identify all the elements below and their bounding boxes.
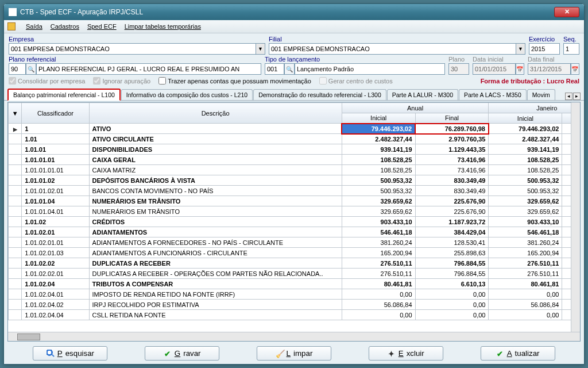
cell-anual-inicial[interactable]: 108.528,25 bbox=[342, 155, 415, 165]
cell-anual-final[interactable]: 830.349,49 bbox=[415, 186, 489, 196]
menu-saida[interactable]: Saída bbox=[26, 23, 42, 30]
table-row[interactable]: 1.01.02.04TRIBUTOS A COMPENSAR80.461,816… bbox=[9, 279, 581, 289]
tab-scroll-left-icon[interactable]: ◂ bbox=[565, 93, 572, 100]
limpar-button[interactable]: 🧹Limpar bbox=[257, 346, 331, 361]
cell-jan-inicial[interactable]: 2.482.327,44 bbox=[489, 134, 562, 144]
cell-anual-final[interactable]: 1.187.923,72 bbox=[415, 217, 489, 227]
cell-descricao[interactable]: ADIANTAMENTOS bbox=[89, 227, 342, 237]
plano-ref-lookup-icon[interactable]: 🔍 bbox=[26, 63, 36, 75]
cell-anual-inicial[interactable]: 500.953,32 bbox=[342, 186, 415, 196]
cell-jan-inicial[interactable]: 329.659,62 bbox=[489, 196, 562, 206]
filial-combo[interactable] bbox=[269, 43, 516, 55]
exercicio-input[interactable] bbox=[529, 43, 560, 55]
cell-anual-final[interactable]: 73.416,96 bbox=[415, 155, 489, 165]
cell-classificador[interactable]: 1 bbox=[22, 124, 89, 134]
cell-anual-final[interactable]: 830.349,49 bbox=[415, 175, 489, 186]
close-button[interactable]: ✕ bbox=[554, 7, 579, 17]
cell-anual-final[interactable]: 225.676,90 bbox=[415, 206, 489, 217]
cell-jan-inicial[interactable]: 500.953,32 bbox=[489, 186, 562, 196]
cell-anual-final[interactable]: 0,00 bbox=[415, 300, 489, 310]
col-selector[interactable]: ▼ bbox=[9, 103, 22, 124]
vertical-scrollbar[interactable] bbox=[571, 102, 580, 332]
cell-jan-inicial[interactable]: 79.446.293,02 bbox=[489, 124, 562, 134]
cell-classificador[interactable]: 1.01.02.01.03 bbox=[22, 248, 89, 258]
cell-classificador[interactable]: 1.01.01 bbox=[22, 144, 89, 155]
empresa-dropdown-icon[interactable]: ▼ bbox=[256, 43, 265, 55]
cell-jan-inicial[interactable]: 329.659,62 bbox=[489, 206, 562, 217]
cell-descricao[interactable]: ATIVO bbox=[89, 124, 342, 134]
seq-input[interactable] bbox=[563, 43, 579, 55]
cell-anual-inicial[interactable]: 108.528,25 bbox=[342, 165, 415, 175]
cell-anual-inicial[interactable]: 329.659,62 bbox=[342, 196, 415, 206]
tab-l100[interactable]: Balanço patrimonial referencial - L100 bbox=[7, 89, 121, 101]
table-row[interactable]: 1.01.02.01.01ADIANTAMENTOS A FORNECEDORE… bbox=[9, 237, 581, 248]
cell-anual-inicial[interactable]: 0,00 bbox=[342, 310, 415, 320]
col-group-janeiro[interactable]: Janeiro bbox=[489, 103, 580, 113]
cell-classificador[interactable]: 1.01.02.02.01 bbox=[22, 269, 89, 279]
table-row[interactable]: 1.01.01.01.01CAIXA MATRIZ108.528,2573.41… bbox=[9, 165, 581, 175]
cell-descricao[interactable]: DUPLICATAS A RECEBER bbox=[89, 258, 342, 269]
table-row[interactable]: 1.01.02.01ADIANTAMENTOS546.461,18384.429… bbox=[9, 227, 581, 237]
tab-movim[interactable]: Movim bbox=[527, 89, 555, 100]
col-anual-final[interactable]: Final bbox=[415, 113, 489, 124]
cell-descricao[interactable]: IRPJ RECOLHIDO POR ESTIMATIVA bbox=[89, 300, 342, 310]
cell-descricao[interactable]: NUMERÁRIOS EM TRÂNSITO bbox=[89, 196, 342, 206]
cell-anual-inicial[interactable]: 276.510,11 bbox=[342, 269, 415, 279]
cell-jan-inicial[interactable]: 80.461,81 bbox=[489, 279, 562, 289]
cell-anual-inicial[interactable]: 0,00 bbox=[342, 289, 415, 300]
table-row[interactable]: 1.01.01DISPONIBILIDADES939.141,191.129.4… bbox=[9, 144, 581, 155]
col-anual-inicial[interactable]: Inicial bbox=[342, 113, 415, 124]
cell-descricao[interactable]: CAIXA MATRIZ bbox=[89, 165, 342, 175]
cell-classificador[interactable]: 1.01.02.04.02 bbox=[22, 300, 89, 310]
table-row[interactable]: 1.01.02.04.01IMPOSTO DE RENDA RETIDO NA … bbox=[9, 289, 581, 300]
plano-ref-desc[interactable] bbox=[36, 63, 261, 75]
cell-anual-final[interactable]: 0,00 bbox=[415, 289, 489, 300]
cell-classificador[interactable]: 1.01.01.01 bbox=[22, 155, 89, 165]
table-row[interactable]: 1.01ATIVO CIRCULANTE2.482.327,442.970.76… bbox=[9, 134, 581, 144]
table-row[interactable]: 1.01.01.02.01BANCOS CONTA MOVIMENTO - NO… bbox=[9, 186, 581, 196]
cell-descricao[interactable]: DUPLICATAS A RECEBER - OPERAÇÕES COM PAR… bbox=[89, 269, 342, 279]
data-grid[interactable]: ▼ Classificador Descrição Anual Janeiro … bbox=[8, 102, 580, 320]
tab-l300[interactable]: Demonstração do resultado referencial - … bbox=[253, 89, 386, 100]
chk-trazer[interactable]: Trazer apenas contas que possuam movimen… bbox=[158, 77, 311, 85]
filial-dropdown-icon[interactable]: ▼ bbox=[516, 43, 525, 55]
cell-jan-inicial[interactable]: 108.528,25 bbox=[489, 165, 562, 175]
cell-anual-final[interactable]: 2.970.760,35 bbox=[415, 134, 489, 144]
cell-jan-inicial[interactable]: 500.953,32 bbox=[489, 175, 562, 186]
cell-descricao[interactable]: CRÉDITOS bbox=[89, 217, 342, 227]
tipo-lanc-desc[interactable] bbox=[295, 63, 445, 75]
cell-anual-final[interactable]: 384.429,04 bbox=[415, 227, 489, 237]
cell-jan-inicial[interactable]: 546.461,18 bbox=[489, 227, 562, 237]
table-row[interactable]: 1.01.02.01.03ADIANTAMENTOS A FUNCIONÁRIO… bbox=[9, 248, 581, 258]
pesquisar-button[interactable]: Pesquisar bbox=[33, 346, 107, 361]
cell-descricao[interactable]: CAIXA GERAL bbox=[89, 155, 342, 165]
table-row[interactable]: 1ATIVO79.446.293,0276.289.760,9879.446.2… bbox=[9, 124, 581, 134]
cell-anual-inicial[interactable]: 903.433,10 bbox=[342, 217, 415, 227]
cell-anual-final[interactable]: 796.884,55 bbox=[415, 258, 489, 269]
col-jan-inicial[interactable]: Inicial bbox=[489, 113, 562, 124]
table-row[interactable]: 1.01.02.02.01DUPLICATAS A RECEBER - OPER… bbox=[9, 269, 581, 279]
table-row[interactable]: 1.01.01.01CAIXA GERAL108.528,2573.416,96… bbox=[9, 155, 581, 165]
cell-jan-inicial[interactable]: 276.510,11 bbox=[489, 258, 562, 269]
cell-jan-inicial[interactable]: 108.528,25 bbox=[489, 155, 562, 165]
tab-scroll-right-icon[interactable]: ▸ bbox=[573, 93, 581, 100]
gravar-button[interactable]: ✔Gravar bbox=[145, 346, 219, 361]
atualizar-button[interactable]: ✔Atualizar bbox=[481, 346, 555, 361]
col-classificador[interactable]: Classificador bbox=[22, 103, 89, 124]
cell-anual-final[interactable]: 796.884,55 bbox=[415, 269, 489, 279]
cell-jan-inicial[interactable]: 903.433,10 bbox=[489, 217, 562, 227]
cell-jan-inicial[interactable]: 939.141,19 bbox=[489, 144, 562, 155]
cell-classificador[interactable]: 1.01.02.01.01 bbox=[22, 237, 89, 248]
cell-classificador[interactable]: 1.01.01.04.01 bbox=[22, 206, 89, 217]
cell-descricao[interactable]: NUMERÁRIOS EM TRÂNSITO bbox=[89, 206, 342, 217]
cell-descricao[interactable]: TRIBUTOS A COMPENSAR bbox=[89, 279, 342, 289]
cell-anual-final[interactable]: 76.289.760,98 bbox=[415, 124, 489, 134]
cell-anual-inicial[interactable]: 329.659,62 bbox=[342, 206, 415, 217]
cell-anual-final[interactable]: 0,00 bbox=[415, 310, 489, 320]
tab-m350[interactable]: Parte A LACS - M350 bbox=[459, 89, 527, 100]
cell-classificador[interactable]: 1.01.02.04.04 bbox=[22, 310, 89, 320]
cell-descricao[interactable]: DEPÓSITOS BANCÁRIOS À VISTA bbox=[89, 175, 342, 186]
cell-descricao[interactable]: ADIANTAMENTOS A FUNCIONÁRIOS - CIRCULANT… bbox=[89, 248, 342, 258]
cell-classificador[interactable]: 1.01.02.01 bbox=[22, 227, 89, 237]
cell-anual-inicial[interactable]: 79.446.293,02 bbox=[342, 124, 415, 134]
